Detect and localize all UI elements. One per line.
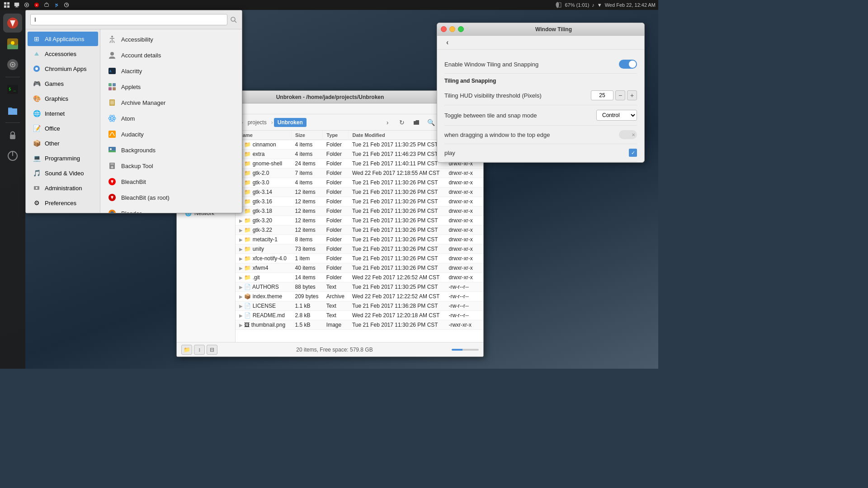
row-expand-icon[interactable]: ▶	[239, 256, 243, 261]
app-backup-tool[interactable]: Backup Tool	[103, 158, 239, 174]
fm-reload-btn[interactable]: ↻	[396, 117, 408, 128]
taskbar-icon-bluetooth[interactable]	[52, 1, 61, 9]
app-accessibility[interactable]: Accessibility	[103, 32, 239, 47]
tiling-enable-toggle[interactable]	[619, 60, 637, 69]
table-row[interactable]: ▶ 📁 gtk-3.0 4 items Folder Tue 21 Feb 20…	[236, 178, 483, 188]
fm-breadcrumb: jade › projects › Unbroken	[223, 118, 379, 127]
table-row[interactable]: ▶ 📄 AUTHORS 88 bytes Text Tue 21 Feb 201…	[236, 282, 483, 292]
app-bleachbit-root[interactable]: BleachBit (as root)	[103, 190, 239, 205]
row-expand-icon[interactable]: ▶	[239, 266, 243, 271]
table-row[interactable]: ▶ 📁 gtk-3.16 12 items Folder Tue 21 Feb …	[236, 197, 483, 206]
table-row[interactable]: ▶ 📁 metacity-1 8 items Folder Tue 21 Feb…	[236, 235, 483, 244]
dock-item-photos[interactable]	[3, 34, 22, 53]
app-search-input[interactable]	[30, 14, 227, 25]
row-expand-icon[interactable]: ▶	[239, 237, 243, 242]
table-row[interactable]: ▶ 📄 README.md 2.8 kB Text Wed 22 Feb 201…	[236, 311, 483, 320]
row-expand-icon[interactable]: ▶	[239, 218, 243, 223]
app-account[interactable]: Account details	[103, 47, 239, 63]
category-games[interactable]: 🎮 Games	[28, 76, 98, 91]
dock-item-vivaldi[interactable]	[3, 14, 22, 33]
fm-search-btn[interactable]: 🔍	[425, 117, 437, 128]
row-expand-icon[interactable]: ▶	[239, 304, 243, 309]
taskbar-icon-3[interactable]	[23, 1, 31, 9]
dock-item-lock[interactable]	[3, 126, 22, 145]
table-row[interactable]: ▶ 📁 xfwm4 40 items Folder Tue 21 Feb 201…	[236, 263, 483, 273]
table-row[interactable]: ▶ 📦 index.theme 209 bytes Archive Wed 22…	[236, 292, 483, 301]
tiling-top-edge-toggle[interactable]	[619, 130, 637, 139]
tiling-back-btn[interactable]: ‹	[444, 38, 450, 47]
chromium-icon	[32, 64, 41, 73]
fm-statusbar-sort-btn[interactable]: ↕	[194, 345, 205, 355]
file-perms-cell: drwxr-xr-x	[445, 244, 483, 254]
category-programming[interactable]: 💻 Programming	[28, 151, 98, 165]
taskbar-icon-1[interactable]	[3, 1, 11, 9]
table-row[interactable]: ▶ 🖼 thumbnail.png 1.5 kB Image Tue 21 Fe…	[236, 320, 483, 330]
category-administration[interactable]: Administration	[28, 181, 98, 195]
col-modified[interactable]: Date Modified	[349, 131, 445, 140]
dock-item-power[interactable]	[3, 146, 22, 165]
table-row[interactable]: ▶ 📁 gtk-3.14 12 items Folder Tue 21 Feb …	[236, 188, 483, 197]
app-backgrounds[interactable]: Backgrounds	[103, 142, 239, 158]
app-bleachbit[interactable]: BleachBit	[103, 174, 239, 189]
row-expand-icon[interactable]: ▶	[239, 285, 243, 290]
table-row[interactable]: ▶ 📁 unity 73 items Folder Tue 21 Feb 201…	[236, 244, 483, 254]
table-row[interactable]: ▶ 📁 gtk-3.22 12 items Folder Tue 21 Feb …	[236, 225, 483, 235]
table-row[interactable]: ▶ 📁 gtk-3.18 12 items Folder Tue 21 Feb …	[236, 206, 483, 216]
app-audacity[interactable]: Audacity	[103, 127, 239, 142]
row-expand-icon[interactable]: ▶	[239, 247, 243, 252]
tiling-maximize-btn[interactable]	[458, 26, 464, 32]
col-size[interactable]: Size	[291, 131, 322, 140]
tiling-threshold-minus[interactable]: −	[615, 90, 625, 100]
dock-item-terminal[interactable]: $ _	[3, 80, 22, 99]
category-preferences[interactable]: ⚙ Preferences	[28, 196, 98, 210]
fm-statusbar-split-btn[interactable]: ⊟	[207, 345, 217, 355]
taskbar-icon-6[interactable]	[62, 1, 71, 9]
table-row[interactable]: ▶ 📁 .git 14 items Folder Wed 22 Feb 2017…	[236, 273, 483, 282]
dock-item-files[interactable]	[3, 101, 22, 120]
category-chromium[interactable]: Chromium Apps	[28, 61, 98, 76]
fm-statusbar-browse-btn[interactable]: 📁	[181, 345, 192, 355]
category-office[interactable]: 📝 Office	[28, 121, 98, 136]
taskbar-icon-2[interactable]	[13, 1, 21, 9]
app-blender[interactable]: Blender	[103, 206, 239, 213]
category-accessories[interactable]: Accessories	[28, 47, 98, 61]
table-row[interactable]: ▶ 📁 xfce-notify-4.0 1 item Folder Tue 21…	[236, 254, 483, 263]
category-internet[interactable]: 🌐 Internet	[28, 106, 98, 121]
app-atom[interactable]: Atom	[103, 111, 239, 126]
breadcrumb-unbroken[interactable]: Unbroken	[274, 118, 307, 127]
row-expand-icon[interactable]: ▶	[239, 275, 243, 280]
category-places[interactable]: 📁 Places	[28, 211, 98, 213]
tiling-toggle-dropdown[interactable]: Control Shift Alt	[596, 110, 637, 121]
row-expand-icon[interactable]: ▶	[239, 228, 243, 233]
tiling-minimize-btn[interactable]	[449, 26, 455, 32]
app-alacritty[interactable]: A Alacritty	[103, 63, 239, 79]
category-other[interactable]: 📦 Other	[28, 136, 98, 150]
table-row[interactable]: ▶ 📁 gtk-3.20 12 items Folder Tue 21 Feb …	[236, 216, 483, 225]
tiling-threshold-plus[interactable]: +	[627, 90, 637, 100]
category-soundvideo[interactable]: 🎵 Sound & Video	[28, 166, 98, 180]
breadcrumb-projects[interactable]: projects	[244, 118, 270, 127]
taskbar-icon-5[interactable]	[42, 1, 51, 9]
row-expand-icon[interactable]: ▶	[239, 323, 243, 328]
col-name[interactable]: Name	[236, 131, 291, 140]
fm-next-btn[interactable]: ›	[381, 117, 394, 128]
app-applets[interactable]: Applets	[103, 79, 239, 94]
row-expand-icon[interactable]: ▶	[239, 294, 243, 299]
taskbar-icon-4[interactable]: ✕	[33, 1, 41, 9]
tiling-threshold-input[interactable]	[591, 90, 613, 100]
table-row[interactable]: ▶ 📄 LICENSE 1.1 kB Text Tue 21 Feb 2017 …	[236, 301, 483, 311]
fm-new-folder-btn[interactable]	[410, 117, 423, 128]
dock-item-settings[interactable]	[3, 55, 22, 74]
fm-statusbar-tools: 📁 ↕ ⊟	[181, 345, 217, 355]
row-expand-icon[interactable]: ▶	[239, 313, 243, 318]
category-graphics[interactable]: 🎨 Graphics	[28, 91, 98, 106]
col-type[interactable]: Type	[323, 131, 349, 140]
table-row[interactable]: ▶ 📁 gtk-2.0 7 items Folder Wed 22 Feb 20…	[236, 169, 483, 178]
app-archive-manager[interactable]: Archive Manager	[103, 95, 239, 110]
file-type-cell: Folder	[323, 178, 349, 188]
tiling-close-btn[interactable]	[441, 26, 447, 32]
tiling-checkbox1[interactable]	[629, 149, 637, 157]
category-all[interactable]: ⊞ All Applications	[28, 32, 98, 46]
fm-zoom-slider[interactable]	[452, 349, 479, 351]
tiling-panel-window: Window Tiling ‹ Enable Window Tiling and…	[437, 23, 645, 163]
